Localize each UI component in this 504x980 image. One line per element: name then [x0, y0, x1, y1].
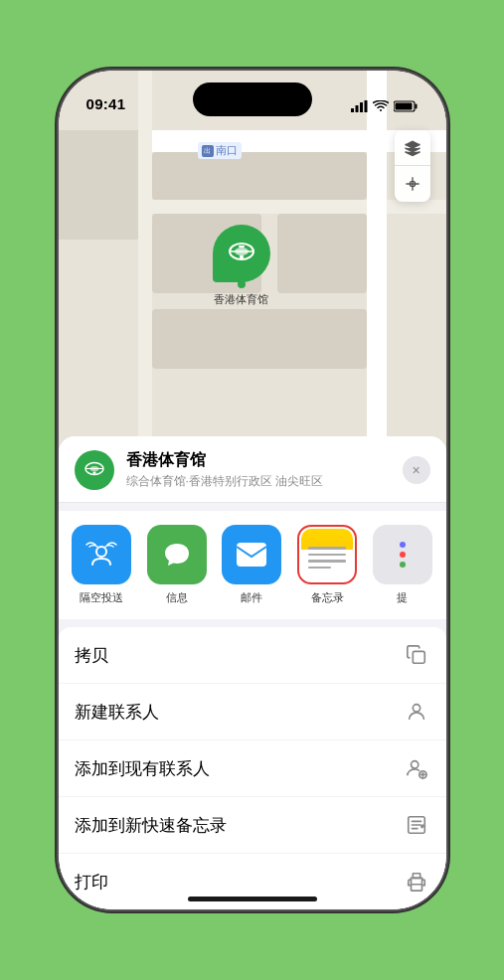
map-controls [395, 130, 430, 202]
airdrop-icon-wrap [72, 525, 131, 584]
new-contact-icon [403, 698, 430, 726]
signal-icon [351, 100, 368, 112]
map-label-icon: 出 [202, 145, 214, 157]
svg-rect-4 [240, 255, 244, 258]
action-new-contact[interactable]: 新建联系人 [59, 684, 446, 740]
venue-pin-label: 香港体育馆 [214, 292, 268, 307]
svg-rect-9 [364, 100, 367, 112]
pin-icon [213, 225, 270, 282]
quick-note-icon [403, 811, 430, 839]
print-icon [403, 868, 430, 896]
share-item-mail[interactable]: 邮件 [217, 525, 288, 605]
svg-rect-16 [92, 472, 95, 474]
bottom-sheet: 香港体育馆 综合体育馆·香港特别行政区 油尖旺区 × [59, 436, 446, 909]
venue-info: 香港体育馆 综合体育馆·香港特别行政区 油尖旺区 [126, 450, 391, 490]
location-button[interactable] [395, 166, 430, 202]
svg-rect-12 [395, 103, 412, 110]
svg-rect-24 [411, 885, 421, 891]
home-indicator [188, 897, 317, 901]
airdrop-label: 隔空投送 [80, 590, 123, 605]
svg-point-20 [413, 705, 420, 712]
mail-label: 邮件 [241, 590, 262, 605]
share-item-airdrop[interactable]: 隔空投送 [67, 525, 138, 605]
close-button[interactable]: × [403, 456, 430, 484]
stadium-pin[interactable]: 香港体育馆 [213, 225, 270, 307]
svg-rect-6 [351, 108, 354, 112]
mail-icon-wrap [222, 525, 281, 584]
sheet-header: 香港体育馆 综合体育馆·香港特别行政区 油尖旺区 × [59, 436, 446, 503]
svg-rect-25 [413, 874, 420, 879]
venue-icon [75, 450, 114, 490]
more-label: 提 [397, 590, 408, 605]
share-item-messages[interactable]: 信息 [141, 525, 213, 605]
map-label: 出 南口 [198, 142, 242, 159]
map-label-text: 南口 [216, 143, 238, 158]
action-print-label: 打印 [75, 871, 108, 894]
notes-icon-wrap [297, 525, 357, 584]
action-quick-note-label: 添加到新快速备忘录 [75, 814, 227, 837]
phone-frame: 出 南口 香港体育馆 [59, 71, 446, 909]
copy-icon [403, 641, 430, 669]
svg-rect-19 [413, 651, 424, 663]
more-icon-wrap [373, 525, 432, 584]
dynamic-island [193, 82, 312, 116]
svg-rect-8 [360, 102, 363, 112]
svg-point-17 [96, 547, 106, 557]
svg-rect-11 [415, 104, 417, 109]
action-copy[interactable]: 拷贝 [59, 627, 446, 684]
wifi-icon [373, 100, 389, 112]
svg-rect-7 [355, 105, 358, 112]
action-list: 拷贝 新建联系人 [59, 627, 446, 909]
map-area: 出 南口 香港体育馆 [59, 71, 446, 488]
action-add-existing-label: 添加到现有联系人 [75, 757, 210, 780]
action-copy-label: 拷贝 [75, 644, 108, 667]
map-layers-button[interactable] [395, 130, 430, 166]
venue-name: 香港体育馆 [126, 450, 391, 471]
status-icons [351, 100, 419, 112]
status-time: 09:41 [86, 95, 126, 112]
notes-label: 备忘录 [311, 590, 344, 605]
share-item-more[interactable]: 提 [367, 525, 438, 605]
messages-label: 信息 [166, 590, 188, 605]
venue-sub: 综合体育馆·香港特别行政区 油尖旺区 [126, 473, 391, 490]
action-add-existing[interactable]: 添加到现有联系人 [59, 740, 446, 797]
messages-icon-wrap [147, 525, 207, 584]
svg-rect-18 [237, 543, 266, 567]
battery-icon [394, 100, 419, 112]
svg-point-21 [411, 761, 418, 768]
share-row: 隔空投送 信息 [59, 511, 446, 619]
action-new-contact-label: 新建联系人 [75, 701, 159, 724]
add-existing-icon [403, 754, 430, 782]
phone-screen: 出 南口 香港体育馆 [59, 71, 446, 909]
action-quick-note[interactable]: 添加到新快速备忘录 [59, 797, 446, 854]
svg-rect-3 [239, 245, 245, 247]
share-item-notes[interactable]: 备忘录 [291, 525, 363, 605]
